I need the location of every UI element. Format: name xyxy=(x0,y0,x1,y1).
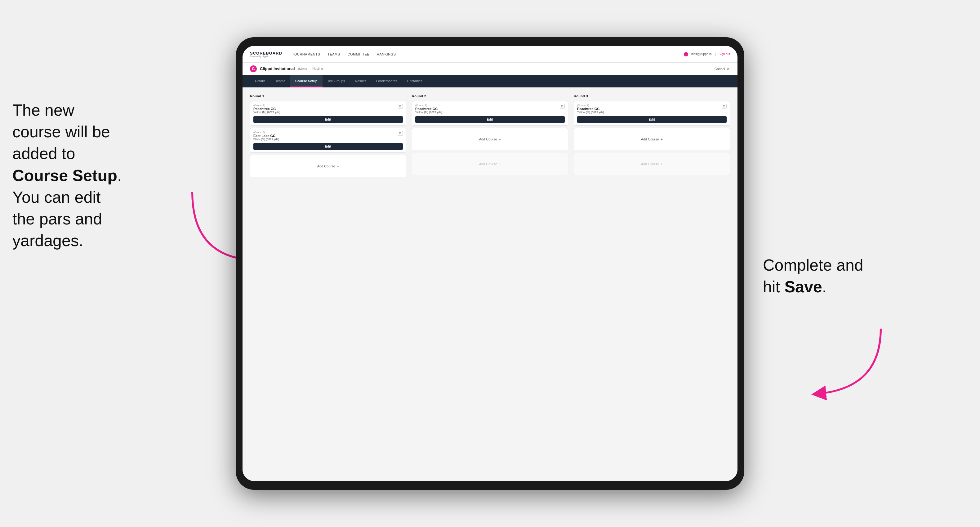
round3-plus-icon-2: + xyxy=(660,162,663,167)
round3-course-a-name: Peachtree GC xyxy=(577,107,604,111)
round1-course-b-card: (Course B) East Lake GC Black (M) (6891 … xyxy=(250,128,406,152)
round2-course-a-delete[interactable]: ⊡ xyxy=(560,104,565,109)
round2-plus-icon-2: + xyxy=(499,162,501,167)
clippd-logo: C xyxy=(250,65,257,72)
tab-printables[interactable]: Printables xyxy=(402,75,427,87)
round1-course-a-delete[interactable]: ⊡ xyxy=(398,104,403,109)
round1-course-a-card: (Course A) Peachtree GC Yellow (M) (6629… xyxy=(250,101,406,125)
tab-leaderboards[interactable]: Leaderboards xyxy=(371,75,402,87)
round2-course-a-tee: Yellow (M) (6629 yds) xyxy=(415,111,442,114)
nav-committee[interactable]: COMMITTEE xyxy=(348,52,370,56)
user-email: blair@clippd.io xyxy=(691,52,712,56)
round-1-label: Round 1 xyxy=(250,94,406,98)
round2-course-a-label: (Course A) xyxy=(415,104,442,106)
sub-header: C Clippd Invitational (Men) Hosting Canc… xyxy=(242,63,738,75)
nav-links: TOURNAMENTS TEAMS COMMITTEE RANKINGS xyxy=(292,52,396,56)
round2-add-course-2: Add Course + xyxy=(412,153,568,175)
user-avatar-dot xyxy=(684,52,688,56)
tournament-name: Clippd Invitational xyxy=(260,66,295,71)
top-nav: SCOREBOARD Powered by clippd TOURNAMENTS… xyxy=(242,46,738,63)
logo-main: SCOREBOARD xyxy=(250,51,282,55)
logo-sub: Powered by clippd xyxy=(250,55,282,57)
round2-plus-icon: + xyxy=(499,137,501,142)
round2-course-a-edit[interactable]: Edit xyxy=(415,116,565,123)
round2-add-course[interactable]: Add Course + xyxy=(412,128,568,150)
cancel-button[interactable]: Cancel ✕ xyxy=(714,66,730,71)
round-2-col: Round 2 (Course A) Peachtree GC Yellow (… xyxy=(412,94,568,180)
nav-tournaments[interactable]: TOURNAMENTS xyxy=(292,52,320,56)
round3-course-a-tee: Yellow (M) (6629 yds) xyxy=(577,111,604,114)
round2-course-a-name: Peachtree GC xyxy=(415,107,442,111)
scoreboard-logo: SCOREBOARD Powered by clippd xyxy=(250,51,282,57)
round3-course-a-edit[interactable]: Edit xyxy=(577,116,727,123)
tab-details[interactable]: Details xyxy=(250,75,270,87)
right-arrow xyxy=(800,322,899,403)
tab-results[interactable]: Results xyxy=(350,75,371,87)
round1-course-b-name: East Lake GC xyxy=(253,134,279,138)
round-3-label: Round 3 xyxy=(574,94,730,98)
round3-course-a-delete[interactable]: ⊡ xyxy=(722,104,727,109)
round1-course-a-name: Peachtree GC xyxy=(253,107,280,111)
round1-course-a-edit[interactable]: Edit xyxy=(253,116,403,123)
tournament-gender: (Men) xyxy=(298,67,307,71)
main-content: Round 1 (Course A) Peachtree GC Yellow (… xyxy=(242,87,738,481)
nav-right: blair@clippd.io | Sign out xyxy=(684,52,730,56)
tablet-screen: SCOREBOARD Powered by clippd TOURNAMENTS… xyxy=(242,46,738,481)
nav-separator: | xyxy=(715,52,716,56)
round-3-col: Round 3 (Course A) Peachtree GC Yellow (… xyxy=(574,94,730,180)
round1-course-b-delete[interactable]: ⊡ xyxy=(398,131,403,136)
tablet-frame: SCOREBOARD Powered by clippd TOURNAMENTS… xyxy=(236,37,744,490)
round1-course-b-label: (Course B) xyxy=(253,131,279,133)
round1-course-b-tee: Black (M) (6891 yds) xyxy=(253,138,279,141)
round3-add-course[interactable]: Add Course + xyxy=(574,128,730,150)
nav-rankings[interactable]: RANKINGS xyxy=(377,52,396,56)
rounds-grid: Round 1 (Course A) Peachtree GC Yellow (… xyxy=(250,94,730,180)
round-1-col: Round 1 (Course A) Peachtree GC Yellow (… xyxy=(250,94,406,180)
sign-out-link[interactable]: Sign out xyxy=(719,52,730,56)
round1-course-a-tee: Yellow (M) (6629 yds) xyxy=(253,111,280,114)
round3-plus-icon: + xyxy=(660,137,663,142)
cancel-x-icon: ✕ xyxy=(726,66,730,71)
nav-left: SCOREBOARD Powered by clippd TOURNAMENTS… xyxy=(250,51,396,57)
round3-course-a-card: (Course A) Peachtree GC Yellow (M) (6629… xyxy=(574,101,730,125)
tab-teams[interactable]: Teams xyxy=(270,75,290,87)
nav-teams[interactable]: TEAMS xyxy=(328,52,340,56)
round1-add-course[interactable]: Add Course + xyxy=(250,155,406,177)
round1-course-b-edit[interactable]: Edit xyxy=(253,143,403,150)
round3-add-course-2: Add Course + xyxy=(574,153,730,175)
round3-course-a-label: (Course A) xyxy=(577,104,604,106)
hosting-badge: Hosting xyxy=(312,67,323,70)
round1-course-a-label: (Course A) xyxy=(253,104,280,106)
tab-course-setup[interactable]: Course Setup xyxy=(290,75,323,87)
tab-bar: Details Teams Course Setup Tee Groups Re… xyxy=(242,75,738,87)
round-2-label: Round 2 xyxy=(412,94,568,98)
round1-plus-icon: + xyxy=(337,164,339,169)
round2-course-a-card: (Course A) Peachtree GC Yellow (M) (6629… xyxy=(412,101,568,125)
tab-tee-groups[interactable]: Tee Groups xyxy=(323,75,350,87)
right-annotation: Complete and hit Save. xyxy=(763,254,924,298)
tournament-title: C Clippd Invitational (Men) Hosting xyxy=(250,65,323,72)
